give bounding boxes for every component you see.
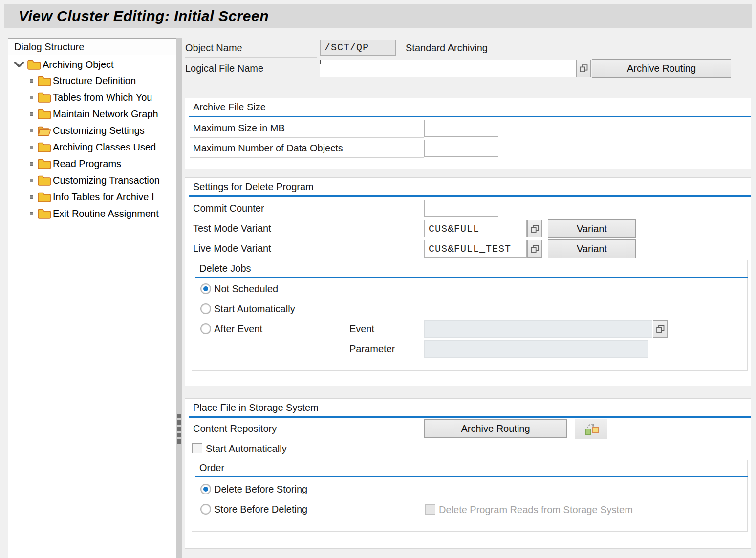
live-variant-button[interactable]: Variant	[548, 239, 636, 258]
max-size-label: Maximum Size in MB	[193, 123, 285, 134]
commit-counter-input[interactable]	[424, 200, 498, 217]
archive-file-size-title: Archive File Size	[193, 102, 266, 113]
radio-store-before-deleting[interactable]	[200, 504, 211, 515]
tree-bullet-icon	[30, 79, 33, 83]
tree-bullet-icon	[30, 195, 33, 199]
radio-after-event-label[interactable]: After Event	[214, 323, 262, 335]
dialog-structure-header: Dialog Structure	[8, 39, 176, 55]
order-box	[192, 460, 748, 532]
radio-delete-before-storing-label[interactable]: Delete Before Storing	[214, 484, 307, 495]
logical-file-name-input[interactable]	[320, 60, 576, 77]
radio-start-automatically[interactable]	[200, 303, 211, 314]
row-separator	[190, 137, 424, 138]
row-separator	[190, 157, 424, 158]
delete-jobs-title: Delete Jobs	[199, 263, 251, 274]
title-bar: View Cluster Editing: Initial Screen	[4, 4, 752, 28]
section-rule	[189, 116, 751, 117]
panel-splitter[interactable]	[176, 38, 182, 558]
tree-node-archiving-classes[interactable]: Archiving Classes Used	[8, 139, 174, 155]
event-input	[424, 320, 652, 338]
tree-node-label[interactable]: Customizing Transaction	[53, 175, 160, 186]
folder-icon	[37, 158, 51, 170]
tree-node-archiving-object[interactable]: Archiving Object	[8, 57, 174, 72]
folder-icon	[37, 208, 51, 219]
tree-node-label[interactable]: Info Tables for Archive I	[53, 192, 154, 203]
tree-node-customizing-transaction[interactable]: Customizing Transaction	[8, 172, 174, 188]
archive-routing-button-storage[interactable]: Archive Routing	[424, 419, 567, 438]
tree-node-label[interactable]: Archiving Object	[43, 59, 114, 70]
section-rule	[195, 476, 748, 477]
view-cluster-editing-screen: View Cluster Editing: Initial Screen Dia…	[0, 0, 756, 558]
max-objects-label: Maximum Number of Data Objects	[193, 143, 343, 154]
dialog-structure-panel: Dialog Structure Archiving Object Struct…	[8, 38, 176, 558]
page-title: View Cluster Editing: Initial Screen	[4, 8, 269, 24]
tree-node-exit-routine[interactable]: Exit Routine Assignment	[8, 206, 174, 221]
row-separator	[347, 358, 424, 358]
value-help-icon[interactable]	[527, 240, 542, 258]
row-separator	[190, 217, 424, 217]
radio-start-automatically-label[interactable]: Start Automatically	[214, 303, 295, 315]
tree-bullet-icon	[30, 96, 33, 99]
tree-node-label[interactable]: Maintain Network Graph	[53, 108, 158, 120]
radio-not-scheduled-label[interactable]: Not Scheduled	[214, 283, 278, 295]
row-separator	[190, 258, 424, 258]
commit-counter-label: Commit Counter	[193, 203, 264, 214]
folder-icon	[37, 108, 51, 120]
value-help-icon[interactable]	[576, 60, 591, 77]
section-rule	[189, 195, 751, 197]
chevron-down-icon[interactable]	[14, 61, 24, 68]
radio-not-scheduled[interactable]	[200, 283, 211, 294]
tree-node-read-programs[interactable]: Read Programs	[8, 156, 174, 172]
radio-delete-before-storing[interactable]	[200, 484, 211, 494]
folder-icon	[37, 75, 51, 86]
start-automatically-checkbox[interactable]	[192, 443, 202, 453]
event-label: Event	[349, 323, 374, 335]
logical-file-name-label: Logical File Name	[185, 63, 263, 74]
section-rule	[195, 277, 748, 278]
tree-node-label[interactable]: Exit Routine Assignment	[53, 208, 159, 219]
value-help-icon[interactable]	[653, 320, 668, 338]
row-separator	[190, 237, 424, 237]
tree-node-label[interactable]: Tables from Which You	[53, 92, 152, 103]
splitter-grip-dot	[177, 427, 181, 431]
object-name-label: Object Name	[185, 43, 242, 54]
test-variant-button[interactable]: Variant	[548, 219, 636, 238]
tree-node-network-graphic[interactable]: Maintain Network Graph	[8, 106, 174, 122]
content-repository-assignment-icon[interactable]	[575, 419, 607, 439]
tree-bullet-icon	[30, 179, 33, 182]
tree-node-label[interactable]: Customizing Settings	[53, 125, 145, 136]
value-help-icon[interactable]	[527, 220, 542, 237]
test-variant-label: Test Mode Variant	[193, 223, 271, 234]
splitter-grip-dot	[177, 433, 181, 437]
folder-icon	[37, 191, 51, 203]
tree-node-tables[interactable]: Tables from Which You	[8, 89, 174, 105]
live-variant-label: Live Mode Variant	[193, 243, 271, 254]
start-automatically-label[interactable]: Start Automatically	[206, 443, 287, 454]
tree-bullet-icon	[30, 212, 33, 215]
max-objects-input[interactable]	[424, 140, 498, 157]
parameter-input	[424, 340, 648, 358]
tree-node-label[interactable]: Read Programs	[53, 158, 121, 170]
radio-store-before-deleting-label[interactable]: Store Before Deleting	[214, 504, 307, 515]
test-variant-input[interactable]: CUS&FULL	[424, 220, 527, 237]
tree-node-label[interactable]: Archiving Classes Used	[53, 142, 156, 153]
tree-bullet-icon	[30, 112, 33, 116]
tree-node-info-tables[interactable]: Info Tables for Archive I	[8, 189, 174, 205]
tree-node-label[interactable]: Structure Definition	[53, 75, 136, 86]
order-title: Order	[199, 462, 224, 473]
folder-icon	[37, 91, 51, 103]
object-name-field: /SCT/QP	[320, 40, 396, 56]
splitter-grip-dot	[177, 414, 181, 418]
splitter-grip-dot	[177, 420, 181, 425]
content-repository-label: Content Repository	[193, 423, 277, 434]
section-rule	[189, 416, 751, 418]
radio-after-event[interactable]	[200, 323, 211, 334]
archive-routing-button-top[interactable]: Archive Routing	[592, 59, 731, 78]
tree-node-customizing-settings[interactable]: Customizing Settings	[8, 123, 174, 138]
live-variant-input[interactable]: CUS&FULL_TEST	[424, 240, 527, 258]
tree-node-structure-definition[interactable]: Structure Definition	[8, 73, 174, 88]
max-size-input[interactable]	[424, 120, 498, 137]
object-name-description: Standard Archiving	[406, 43, 488, 54]
row-separator	[190, 438, 424, 438]
open-folder-icon	[37, 125, 51, 136]
